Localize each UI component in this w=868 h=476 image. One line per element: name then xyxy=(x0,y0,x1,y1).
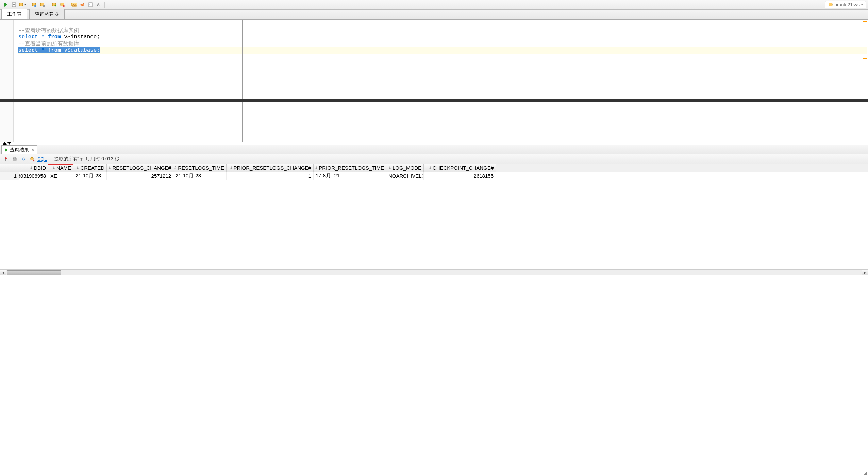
doc-icon[interactable] xyxy=(10,1,18,8)
grid-header-cell[interactable]: ⇕CHECKPOINT_CHANGE# xyxy=(424,164,496,172)
grid-header-cell[interactable]: ⇕NAME xyxy=(48,164,73,172)
db-commit-icon[interactable] xyxy=(50,1,58,8)
grid-header-cell[interactable]: ⇕DBID xyxy=(19,164,48,172)
sql-box-icon[interactable]: SQL xyxy=(70,1,78,8)
close-icon[interactable]: × xyxy=(32,148,34,152)
svg-rect-15 xyxy=(89,3,92,7)
table-row[interactable]: 1 3031906958 XE 21-10月-23 2571212 21-10月… xyxy=(0,172,868,180)
horizontal-splitter[interactable] xyxy=(0,99,868,102)
grid-header-cell[interactable]: ⇕LOG_MODE xyxy=(386,164,424,172)
fetch-status: 提取的所有行: 1, 用时 0.013 秒 xyxy=(54,156,119,162)
grid-header-cell[interactable]: ⇕PRIOR_RESETLOGS_TIME xyxy=(314,164,386,172)
cell-checkpoint-change[interactable]: 2618155 xyxy=(424,172,496,180)
svg-marker-25 xyxy=(24,158,25,159)
sql-link[interactable]: SQL xyxy=(37,156,47,162)
grid-header-rownum[interactable] xyxy=(0,164,19,172)
cell-created[interactable]: 21-10月-23 xyxy=(73,172,107,180)
editor-marker xyxy=(863,21,867,22)
lower-gutter xyxy=(0,102,14,142)
toolbar-separator xyxy=(28,2,28,8)
sql-editor[interactable]: --查看所有的数据库实例 select * from v$instance; -… xyxy=(0,20,868,99)
horizontal-scrollbar[interactable]: ◀ ▶ xyxy=(0,269,868,275)
grid-header-cell[interactable]: ⇕CREATED xyxy=(73,164,107,172)
svg-marker-0 xyxy=(4,3,7,7)
toolbar-separator xyxy=(104,2,105,8)
svg-text:SQL: SQL xyxy=(72,4,77,6)
connection-selector[interactable]: oracle21sys ▾ xyxy=(825,1,866,8)
db-check-icon[interactable] xyxy=(38,1,46,8)
scroll-right-icon[interactable]: ▶ xyxy=(862,270,868,275)
lower-editor-area[interactable] xyxy=(0,102,868,142)
font-icon[interactable]: Aa xyxy=(95,1,102,8)
svg-marker-20 xyxy=(5,148,8,152)
cell-resetlogs-change[interactable]: 2571212 xyxy=(107,172,173,180)
pin-icon[interactable] xyxy=(2,155,10,163)
splitter-handles xyxy=(0,142,868,145)
run-result-icon xyxy=(4,148,9,152)
toolbar-separator xyxy=(48,2,48,8)
editor-gutter xyxy=(0,20,14,99)
lower-split-divider[interactable] xyxy=(242,102,243,142)
tab-worksheet[interactable]: 工作表 xyxy=(1,9,27,19)
collapse-up-icon[interactable] xyxy=(3,142,7,144)
cell-prior-resetlogs-time[interactable]: 17-8月 -21 xyxy=(314,172,386,180)
db-rollback-icon[interactable] xyxy=(59,1,66,8)
tab-querybuilder[interactable]: 查询构建器 xyxy=(29,9,65,19)
grid-header-cell[interactable]: ⇕RESETLOGS_TIME xyxy=(173,164,227,172)
print-icon[interactable] xyxy=(11,155,18,163)
scroll-left-icon[interactable]: ◀ xyxy=(0,270,6,275)
collapse-down-icon[interactable] xyxy=(7,142,11,144)
run-icon[interactable] xyxy=(2,1,10,8)
scroll-track[interactable] xyxy=(6,270,862,275)
svg-rect-9 xyxy=(43,5,45,7)
main-toolbar: SQL Aa oracle21sys ▾ xyxy=(0,0,868,10)
cell-prior-resetlogs-change[interactable]: 1 xyxy=(227,172,314,180)
results-grid: ⇕DBID ⇕NAME ⇕CREATED ⇕RESETLOGS_CHANGE# … xyxy=(0,164,868,269)
db-script-icon[interactable] xyxy=(30,1,38,8)
refresh-result-icon[interactable] xyxy=(20,155,27,163)
result-toolbar: SQL 提取的所有行: 1, 用时 0.013 秒 xyxy=(0,154,868,164)
grid-header-row: ⇕DBID ⇕NAME ⇕CREATED ⇕RESETLOGS_CHANGE# … xyxy=(0,164,868,172)
toolbar-separator xyxy=(50,156,50,162)
comment-line: --查看当前的所有数据库 xyxy=(18,41,79,47)
code-content[interactable]: --查看所有的数据库实例 select * from v$instance; -… xyxy=(14,20,868,99)
svg-rect-2 xyxy=(13,4,15,4)
grid-header-cell[interactable]: ⇕PRIOR_RESETLOGS_CHANGE# xyxy=(227,164,314,172)
svg-rect-24 xyxy=(14,157,16,159)
result-tabs-bar: 查询结果 × xyxy=(0,145,868,154)
svg-rect-3 xyxy=(13,4,15,5)
cell-log-mode[interactable]: NOARCHIVELOG xyxy=(386,172,424,180)
svg-text:a: a xyxy=(99,4,101,7)
result-tab-label: 查询结果 xyxy=(10,147,29,153)
result-tab-query[interactable]: 查询结果 × xyxy=(1,145,37,154)
svg-rect-14 xyxy=(81,3,84,6)
refresh-icon[interactable] xyxy=(87,1,94,8)
connection-name: oracle21sys xyxy=(834,2,860,7)
cell-name[interactable]: XE xyxy=(48,172,73,180)
scroll-thumb[interactable] xyxy=(7,270,61,275)
svg-rect-22 xyxy=(5,159,6,161)
svg-rect-4 xyxy=(13,5,15,5)
editor-split-divider[interactable] xyxy=(242,20,243,99)
svg-point-7 xyxy=(34,5,36,7)
cell-dbid[interactable]: 3031906958 xyxy=(19,172,48,180)
worksheet-tabs: 工作表 查询构建器 xyxy=(0,10,868,20)
delete-result-icon[interactable] xyxy=(29,155,36,163)
toolbar-separator xyxy=(68,2,68,8)
editor-marker xyxy=(863,58,867,59)
row-number: 1 xyxy=(0,172,19,180)
cell-resetlogs-time[interactable]: 21-10月-23 xyxy=(173,172,227,180)
svg-marker-26 xyxy=(22,159,23,160)
db-run-dropdown-icon[interactable] xyxy=(18,1,26,8)
comment-line: --查看所有的数据库实例 xyxy=(18,28,79,34)
grid-header-cell[interactable]: ⇕RESETLOGS_CHANGE# xyxy=(107,164,173,172)
eraser-icon[interactable] xyxy=(79,1,86,8)
